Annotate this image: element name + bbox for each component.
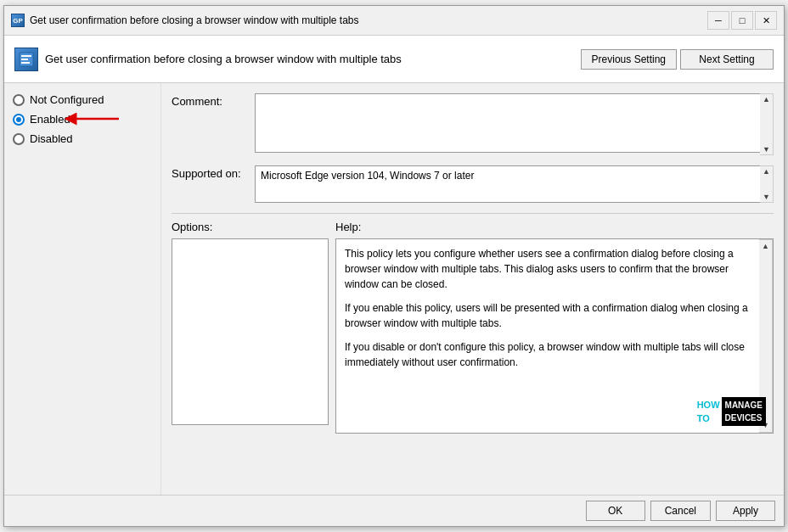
help-paragraph-1: This policy lets you configure whether u… <box>345 246 764 292</box>
previous-setting-button[interactable]: Previous Setting <box>581 49 677 70</box>
header-title: Get user confirmation before closing a b… <box>45 53 581 65</box>
ok-button[interactable]: OK <box>586 501 645 521</box>
options-label: Options: <box>172 221 329 233</box>
next-setting-button[interactable]: Next Setting <box>680 49 774 70</box>
comment-label: Comment: <box>172 93 248 108</box>
header-buttons: Previous Setting Next Setting <box>581 49 774 70</box>
not-configured-radio[interactable] <box>13 94 25 106</box>
main-content: Not Configured Enabled Disabled <box>4 83 784 495</box>
radio-group: Not Configured Enabled Disabled <box>13 93 152 145</box>
comment-input[interactable] <box>255 93 774 153</box>
minimize-button[interactable]: ─ <box>707 11 729 30</box>
cancel-button[interactable]: Cancel <box>650 501 711 521</box>
help-box: This policy lets you configure whether u… <box>335 238 774 434</box>
comment-container: ▲ ▼ <box>255 93 774 155</box>
how-to-text: HOWTO <box>697 398 720 426</box>
options-panel: Options: <box>172 221 329 484</box>
not-configured-label: Not Configured <box>30 93 104 106</box>
watermark: HOWTO MANAGEDEVICES <box>697 397 766 426</box>
window-controls: ─ □ ✕ <box>707 11 777 30</box>
header-icon <box>14 48 38 71</box>
left-panel: Not Configured Enabled Disabled <box>4 83 161 495</box>
supported-row: Supported on: Microsoft Edge version 104… <box>172 165 774 203</box>
disabled-option[interactable]: Disabled <box>13 132 152 145</box>
radio-dot <box>16 117 21 122</box>
maximize-button[interactable]: □ <box>731 11 753 30</box>
window-title: Get user confirmation before closing a b… <box>30 14 359 26</box>
title-bar-left: GP Get user confirmation before closing … <box>11 14 359 27</box>
bottom-buttons: OK Cancel Apply <box>4 495 784 526</box>
comment-row: Comment: ▲ ▼ <box>172 93 774 155</box>
main-window: GP Get user confirmation before closing … <box>3 5 785 527</box>
supported-label: Supported on: <box>172 165 248 180</box>
not-configured-option[interactable]: Not Configured <box>13 93 152 106</box>
help-paragraph-3: If you disable or don't configure this p… <box>345 339 764 370</box>
supported-scrollbar: ▲ ▼ <box>760 165 774 203</box>
header-left: Get user confirmation before closing a b… <box>14 48 581 71</box>
close-button[interactable]: ✕ <box>755 11 777 30</box>
options-box <box>172 238 329 425</box>
apply-button[interactable]: Apply <box>716 501 775 521</box>
help-label: Help: <box>335 221 774 233</box>
window-icon: GP <box>11 14 25 27</box>
help-text: This policy lets you configure whether u… <box>345 246 764 370</box>
right-panel: Comment: ▲ ▼ Supported on: Microsoft Edg… <box>161 83 784 495</box>
manage-devices-text: MANAGEDEVICES <box>722 397 766 426</box>
radio-section: Not Configured Enabled Disabled <box>13 93 152 145</box>
enabled-option[interactable]: Enabled <box>13 113 152 126</box>
comment-scrollbar: ▲ ▼ <box>760 93 774 155</box>
disabled-label: Disabled <box>30 132 73 145</box>
title-bar: GP Get user confirmation before closing … <box>4 6 784 36</box>
header-bar: Get user confirmation before closing a b… <box>4 36 784 83</box>
help-paragraph-2: If you enable this policy, users will be… <box>345 300 764 331</box>
supported-value: Microsoft Edge version 104, Windows 7 or… <box>255 165 774 203</box>
enabled-radio[interactable] <box>13 114 25 126</box>
help-panel: Help: This policy lets you configure whe… <box>335 221 774 484</box>
svg-rect-1 <box>21 55 31 57</box>
supported-container: Microsoft Edge version 104, Windows 7 or… <box>255 165 774 203</box>
svg-rect-3 <box>21 62 30 64</box>
enabled-label: Enabled <box>30 113 70 126</box>
svg-rect-2 <box>21 59 28 60</box>
bottom-section: Options: Help: This policy lets you conf… <box>172 213 774 484</box>
disabled-radio[interactable] <box>13 133 25 145</box>
